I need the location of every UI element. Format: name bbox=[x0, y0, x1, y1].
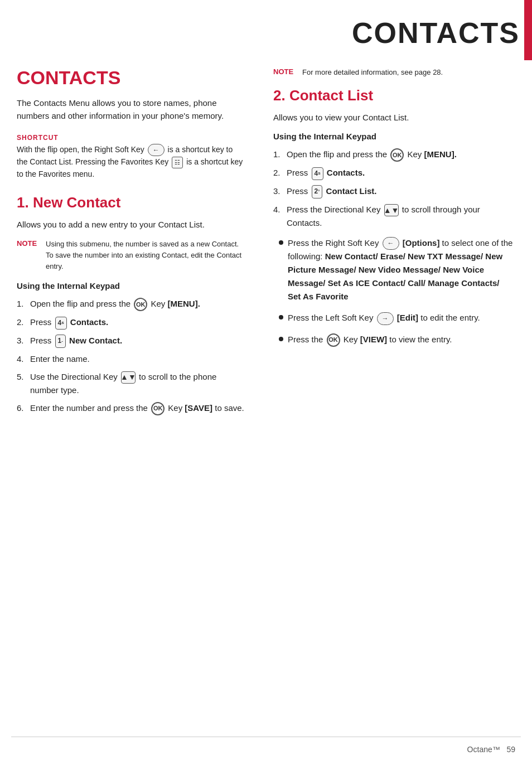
note2-box: NOTE For more detailed information, see … bbox=[273, 67, 513, 78]
note1-box: NOTE Using this submenu, the number is s… bbox=[17, 239, 245, 272]
step-6: 6. Enter the number and press the OK Key… bbox=[17, 401, 245, 415]
bullet-2: Press the Left Soft Key → [Edit] to edit… bbox=[279, 311, 513, 325]
bullet-1: Press the Right Soft Key ← [Options] to … bbox=[279, 236, 513, 304]
brand-name: Octane™ bbox=[467, 745, 500, 754]
key-4b: 4s bbox=[312, 167, 323, 180]
footer-divider bbox=[11, 737, 521, 737]
note2-label: NOTE bbox=[273, 67, 298, 78]
ok-key-icon: OK bbox=[134, 298, 147, 311]
key-2: 2° bbox=[312, 185, 323, 198]
content-wrapper: CONTACTS The Contacts Menu allows you to… bbox=[0, 0, 532, 422]
note2-text: For more detailed information, see page … bbox=[302, 67, 443, 78]
page-header: CONTACTS bbox=[275, 0, 532, 60]
ok-key2-icon: OK bbox=[151, 402, 165, 415]
shortcut-text: With the flip open, the Right Soft Key ←… bbox=[17, 144, 245, 181]
r-step-1: 1. Open the flip and press the OK Key [M… bbox=[273, 148, 513, 162]
step-5: 5. Use the Directional Key ▲▼ to scroll … bbox=[17, 370, 245, 397]
favorites-key-icon: ☷ bbox=[172, 157, 183, 168]
directional-key2-icon: ▲▼ bbox=[384, 204, 399, 216]
steps-list-right: 1. Open the flip and press the OK Key [M… bbox=[273, 148, 513, 229]
ok-key3-icon: OK bbox=[390, 148, 404, 162]
header-tab bbox=[524, 0, 532, 60]
header-title: CONTACTS bbox=[352, 11, 526, 50]
intro-text: The Contacts Menu allows you to store na… bbox=[17, 96, 245, 123]
step-2: 2. Press 4s Contacts. bbox=[17, 316, 245, 330]
note1-label: NOTE bbox=[17, 239, 41, 272]
section2-desc: Allows you to view your Contact List. bbox=[273, 111, 513, 124]
directional-key-icon: ▲▼ bbox=[121, 371, 136, 384]
keypad-heading-left: Using the Internal Keypad bbox=[17, 281, 245, 290]
step-1: 1. Open the flip and press the OK Key [M… bbox=[17, 297, 245, 311]
keypad-heading-right: Using the Internal Keypad bbox=[273, 132, 513, 141]
right-soft-key-icon: ← bbox=[148, 144, 165, 157]
right-soft-key2-icon: ← bbox=[383, 237, 399, 250]
left-soft-key-icon: → bbox=[377, 312, 394, 325]
ok-key4-icon: OK bbox=[327, 333, 340, 347]
step-3: 3. Press 1- New Contact. bbox=[17, 334, 245, 348]
main-section-title: CONTACTS bbox=[17, 67, 245, 89]
section2-heading: 2. Contact List bbox=[273, 87, 513, 104]
left-column: CONTACTS The Contacts Menu allows you to… bbox=[17, 67, 262, 422]
steps-list-left: 1. Open the flip and press the OK Key [M… bbox=[17, 297, 245, 415]
bullet-dot-2 bbox=[279, 315, 283, 319]
step-4: 4. Enter the name. bbox=[17, 352, 245, 366]
bullet-dot-1 bbox=[279, 240, 283, 245]
shortcut-label: SHORTCUT bbox=[17, 134, 245, 142]
key-4: 4s bbox=[55, 317, 67, 330]
section1-heading: 1. New Contact bbox=[17, 194, 245, 211]
r-step-4: 4. Press the Directional Key ▲▼ to scrol… bbox=[273, 203, 513, 230]
r-step-2: 2. Press 4s Contacts. bbox=[273, 166, 513, 180]
bullet-dot-3 bbox=[279, 337, 283, 341]
page-number: 59 bbox=[506, 745, 515, 754]
bullet-3: Press the OK Key [VIEW] to view the entr… bbox=[279, 333, 513, 347]
right-column: NOTE For more detailed information, see … bbox=[262, 67, 513, 422]
note1-text: Using this submenu, the number is saved … bbox=[46, 239, 245, 272]
section1-desc: Allows you to add a new entry to your Co… bbox=[17, 218, 245, 231]
r-step-3: 3. Press 2° Contact List. bbox=[273, 185, 513, 198]
bullet-list: Press the Right Soft Key ← [Options] to … bbox=[279, 236, 513, 347]
page-footer: Octane™ 59 bbox=[467, 745, 515, 754]
key-1: 1- bbox=[55, 335, 66, 347]
